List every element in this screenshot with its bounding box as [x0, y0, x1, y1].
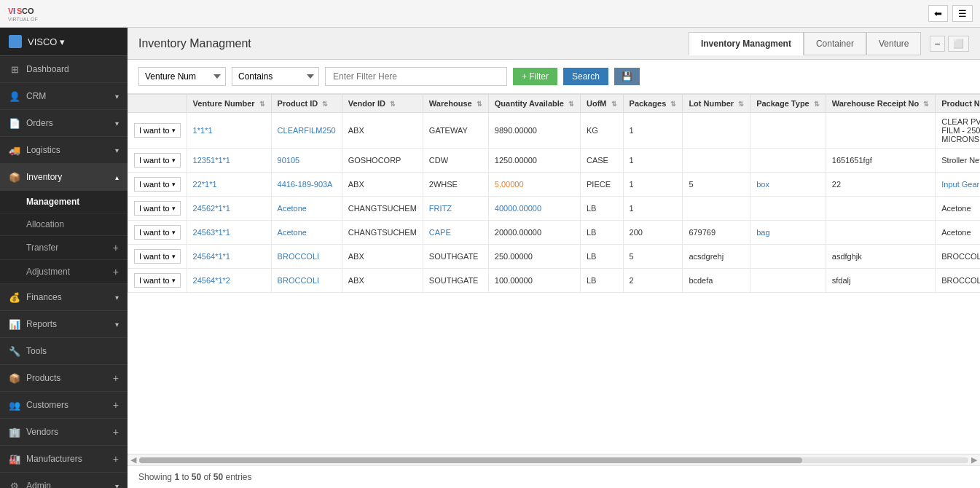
col-packages[interactable]: Packages ⇅: [623, 95, 683, 113]
sidebar-item-logistics[interactable]: 🚚 Logistics ▾: [0, 137, 128, 164]
sidebar-item-label: CRM: [26, 91, 46, 101]
warehouse-link[interactable]: FRITZ: [429, 204, 452, 213]
inventory-icon: 📦: [9, 171, 20, 183]
sidebar-item-label: Vendors: [26, 427, 58, 437]
scroll-left-btn[interactable]: ◀: [130, 455, 136, 465]
sidebar-item-label: Dashboard: [26, 64, 69, 74]
col-package-type[interactable]: Package Type ⇅: [750, 95, 826, 113]
sidebar-item-products[interactable]: 📦 Products +: [0, 365, 128, 392]
back-button[interactable]: ⬅: [928, 5, 948, 22]
product-id-link[interactable]: CLEARFILM250: [278, 126, 336, 135]
cell-product-name: BROCCOLI: [936, 269, 980, 293]
cell-product-id: CLEARFILM250: [271, 113, 342, 149]
product-id-link[interactable]: Acetone: [278, 204, 307, 213]
venture-number-link[interactable]: 12351*1*1: [193, 156, 230, 165]
horizontal-scrollbar[interactable]: ◀ ▶: [128, 454, 980, 465]
orders-icon: 📄: [9, 117, 20, 129]
tab-inventory-management[interactable]: Inventory Managment: [689, 32, 804, 55]
scroll-thumb[interactable]: [139, 457, 802, 463]
sidebar-item-reports[interactable]: 📊 Reports ▾: [0, 311, 128, 338]
cell-venture-number: 24564*1*1: [187, 245, 271, 269]
sidebar-item-tools[interactable]: 🔧 Tools: [0, 338, 128, 365]
col-venture-number[interactable]: Venture Number ⇅: [187, 95, 271, 113]
cell-packages: 200: [623, 221, 683, 245]
page-tabs: Inventory Managment Container Venture: [689, 32, 921, 55]
product-id-link[interactable]: Acetone: [278, 228, 307, 237]
venture-number-link[interactable]: 24564*1*2: [193, 276, 230, 285]
cell-warehouse: SOUTHGATE: [423, 269, 488, 293]
sidebar-item-label: Logistics: [26, 145, 60, 155]
venture-number-link[interactable]: 22*1*1: [193, 180, 217, 189]
filter-input[interactable]: [325, 67, 507, 86]
i-want-to-button[interactable]: I want to ▾: [134, 273, 181, 288]
sidebar-sub-item-transfer[interactable]: Transfer +: [0, 236, 128, 260]
sidebar-item-vendors[interactable]: 🏢 Vendors +: [0, 419, 128, 446]
col-vendor-id[interactable]: Vendor ID ⇅: [342, 95, 423, 113]
menu-button[interactable]: ☰: [952, 5, 973, 22]
save-button[interactable]: 💾: [614, 68, 640, 85]
venture-number-link[interactable]: 24562*1*1: [193, 204, 230, 213]
sidebar-item-finances[interactable]: 💰 Finances ▾: [0, 284, 128, 311]
tab-window-controls: – ⬜: [930, 36, 969, 52]
minimize-button[interactable]: –: [930, 36, 945, 52]
cell-lot-number: 679769: [683, 221, 750, 245]
i-want-to-button[interactable]: I want to ▾: [134, 249, 181, 264]
warehouse-link[interactable]: CAPE: [429, 228, 451, 237]
plus-icon: +: [113, 426, 119, 438]
sidebar-item-dashboard[interactable]: ⊞ Dashboard: [0, 56, 128, 83]
sidebar-item-inventory[interactable]: 📦 Inventory ▴: [0, 164, 128, 191]
col-warehouse[interactable]: Warehouse ⇅: [423, 95, 488, 113]
col-product-id[interactable]: Product ID ⇅: [271, 95, 342, 113]
col-product-name[interactable]: Product Name ⇅: [936, 95, 980, 113]
product-id-link[interactable]: 90105: [278, 156, 300, 165]
cell-warehouse: GATEWAY: [423, 113, 488, 149]
filter-button[interactable]: + Filter: [513, 68, 557, 85]
sidebar-item-crm[interactable]: 👤 CRM ▾: [0, 83, 128, 110]
venture-number-link[interactable]: 24564*1*1: [193, 252, 230, 261]
product-name-link[interactable]: Input Gear 4416: [941, 180, 980, 189]
cell-product-name: BROCCOLI: [936, 245, 980, 269]
cell-packages: 1: [623, 113, 683, 149]
col-warehouse-receipt-no[interactable]: Warehouse Receipt No ⇅: [826, 95, 935, 113]
cell-warehouse-receipt-no: 22: [826, 173, 935, 197]
sidebar-item-customers[interactable]: 👥 Customers +: [0, 392, 128, 419]
col-lot-number[interactable]: Lot Number ⇅: [683, 95, 750, 113]
tab-container[interactable]: Container: [804, 32, 866, 55]
i-want-to-button[interactable]: I want to ▾: [134, 201, 181, 216]
sidebar-sub-item-management[interactable]: Management: [0, 191, 128, 213]
sidebar-sub-item-allocation[interactable]: Allocation: [0, 213, 128, 236]
venture-number-link[interactable]: 24563*1*1: [193, 228, 230, 237]
i-want-to-button[interactable]: I want to ▾: [134, 153, 181, 168]
filter-field-select[interactable]: Venture Num Product ID Vendor ID Warehou…: [138, 67, 226, 86]
product-id-link[interactable]: BROCCOLI: [278, 276, 319, 285]
sidebar-item-manufacturers[interactable]: 🏭 Manufacturers +: [0, 446, 128, 473]
product-id-link[interactable]: BROCCOLI: [278, 252, 319, 261]
package-type-link[interactable]: bag: [756, 228, 769, 237]
sort-icon: ⇅: [568, 101, 574, 108]
sidebar-sub-item-adjustment[interactable]: Adjustment +: [0, 260, 128, 284]
search-button[interactable]: Search: [563, 68, 608, 85]
logo-area: V I S CO VIRTUAL OFFICE SYSTEM: [7, 4, 38, 24]
sidebar-item-admin[interactable]: ⚙ Admin ▾: [0, 473, 128, 488]
cell-package-type: [750, 149, 826, 173]
cell-lot-number: [683, 113, 750, 149]
cell-uofm: LB: [581, 221, 624, 245]
col-uofm[interactable]: UofM ⇅: [581, 95, 624, 113]
plus-icon: +: [113, 399, 119, 411]
cell-warehouse: CDW: [423, 149, 488, 173]
sidebar-item-orders[interactable]: 📄 Orders ▾: [0, 110, 128, 137]
sidebar-brand[interactable]: VISCO ▾: [0, 28, 128, 56]
cell-package-type: [750, 197, 826, 221]
i-want-to-button[interactable]: I want to ▾: [134, 177, 181, 192]
venture-number-link[interactable]: 1*1*1: [193, 126, 213, 135]
main-content: Inventory Managment Inventory Managment …: [128, 28, 980, 488]
product-id-link[interactable]: 4416-189-903A: [278, 180, 333, 189]
scroll-right-btn[interactable]: ▶: [971, 455, 977, 465]
col-quantity-available[interactable]: Quantity Available ⇅: [488, 95, 580, 113]
i-want-to-button[interactable]: I want to ▾: [134, 225, 181, 240]
filter-condition-select[interactable]: Contains Equals Starts With: [232, 67, 319, 86]
package-type-link[interactable]: box: [756, 180, 769, 189]
maximize-button[interactable]: ⬜: [948, 36, 969, 52]
i-want-to-button[interactable]: I want to ▾: [134, 123, 181, 138]
tab-venture[interactable]: Venture: [866, 32, 921, 55]
